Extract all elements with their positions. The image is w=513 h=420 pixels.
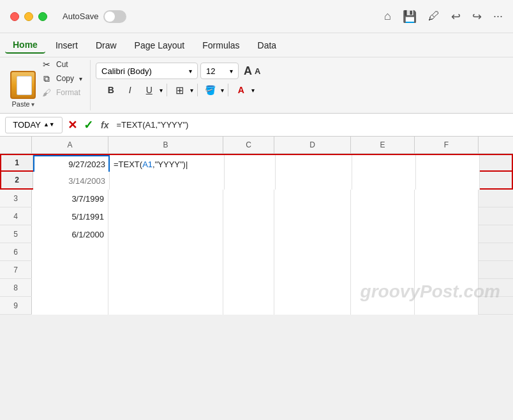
cancel-formula-button[interactable]: ✕ bbox=[68, 118, 77, 132]
col-header-d[interactable]: D bbox=[274, 137, 351, 153]
menu-data[interactable]: Data bbox=[250, 38, 285, 53]
cell-f5[interactable] bbox=[415, 225, 479, 243]
cell-f3[interactable] bbox=[415, 190, 479, 207]
col-header-a[interactable]: A bbox=[32, 137, 108, 153]
cell-d5[interactable] bbox=[274, 225, 351, 243]
cell-c3[interactable] bbox=[223, 190, 274, 207]
cell-c7[interactable] bbox=[223, 261, 274, 279]
cell-name-box[interactable]: TODAY ▲▼ bbox=[5, 117, 63, 133]
col-header-f[interactable]: F bbox=[415, 137, 479, 153]
menu-formulas[interactable]: Formulas bbox=[195, 38, 247, 53]
cell-c9[interactable] bbox=[223, 297, 274, 315]
cell-a3[interactable]: 3/7/1999 bbox=[32, 190, 108, 207]
cell-a2[interactable]: 3/14/2003 bbox=[33, 172, 110, 190]
edit-icon[interactable]: 🖊 bbox=[428, 10, 440, 23]
cell-b3[interactable] bbox=[108, 190, 223, 207]
cell-e1[interactable] bbox=[352, 155, 416, 173]
cell-f8[interactable] bbox=[415, 279, 479, 297]
autosave-toggle[interactable] bbox=[103, 10, 126, 23]
cell-name-arrows[interactable]: ▲▼ bbox=[43, 122, 55, 128]
menu-page-layout[interactable]: Page Layout bbox=[127, 38, 193, 53]
cell-b7[interactable] bbox=[108, 261, 223, 279]
cell-e2[interactable] bbox=[352, 172, 416, 190]
paste-button-area[interactable]: Paste ▾ bbox=[10, 71, 36, 108]
col-header-b[interactable]: B bbox=[108, 137, 223, 153]
more-icon[interactable]: ··· bbox=[493, 10, 503, 23]
copy-button[interactable]: ⧉ Copy ▾ bbox=[38, 72, 85, 85]
home-icon[interactable]: ⌂ bbox=[384, 10, 391, 23]
border-button[interactable]: ⊞ bbox=[171, 82, 189, 98]
cell-b6[interactable] bbox=[108, 243, 223, 261]
save-icon[interactable]: 💾 bbox=[403, 10, 417, 24]
cell-b5[interactable] bbox=[108, 225, 223, 243]
font-size-select[interactable]: 12 ▾ bbox=[200, 63, 239, 79]
redo-icon[interactable]: ↪ bbox=[472, 10, 482, 24]
cell-a8[interactable] bbox=[32, 279, 108, 297]
cell-b8[interactable] bbox=[108, 279, 223, 297]
menu-draw[interactable]: Draw bbox=[88, 38, 124, 53]
cell-c8[interactable] bbox=[223, 279, 274, 297]
cell-b1[interactable]: =TEXT(A1,"YYYY")| bbox=[110, 155, 225, 173]
fontcolor-dropdown[interactable]: ▾ bbox=[251, 87, 255, 94]
cell-d1[interactable] bbox=[276, 155, 352, 173]
cell-d3[interactable] bbox=[274, 190, 351, 207]
col-header-e[interactable]: E bbox=[351, 137, 415, 153]
increase-font-size-button[interactable]: A bbox=[244, 64, 252, 78]
cell-a9[interactable] bbox=[32, 297, 108, 315]
cell-f9[interactable] bbox=[415, 297, 479, 315]
underline-button[interactable]: U bbox=[140, 82, 158, 98]
cell-e6[interactable] bbox=[351, 243, 415, 261]
bold-button[interactable]: B bbox=[102, 82, 120, 98]
minimize-button[interactable] bbox=[24, 12, 33, 21]
cell-a5[interactable]: 6/1/2000 bbox=[32, 225, 108, 243]
cell-c6[interactable] bbox=[223, 243, 274, 261]
cell-c5[interactable] bbox=[223, 225, 274, 243]
cell-b9[interactable] bbox=[108, 297, 223, 315]
cell-d7[interactable] bbox=[274, 261, 351, 279]
close-button[interactable] bbox=[10, 12, 19, 21]
menu-insert[interactable]: Insert bbox=[48, 38, 86, 53]
undo-icon[interactable]: ↩ bbox=[451, 10, 461, 24]
cell-d2[interactable] bbox=[276, 172, 352, 190]
cell-a1[interactable]: 9/27/2023 bbox=[33, 155, 110, 173]
underline-dropdown[interactable]: ▾ bbox=[160, 87, 163, 94]
cell-e9[interactable] bbox=[351, 297, 415, 315]
decrease-font-size-button[interactable]: A bbox=[255, 66, 260, 76]
cell-d9[interactable] bbox=[274, 297, 351, 315]
confirm-formula-button[interactable]: ✓ bbox=[84, 118, 93, 132]
cell-a7[interactable] bbox=[32, 261, 108, 279]
cell-a6[interactable] bbox=[32, 243, 108, 261]
cell-f4[interactable] bbox=[415, 207, 479, 225]
cell-c1[interactable] bbox=[225, 155, 276, 173]
cell-b4[interactable] bbox=[108, 207, 223, 225]
italic-button[interactable]: I bbox=[121, 82, 139, 98]
cell-f1[interactable] bbox=[416, 155, 480, 173]
cell-f6[interactable] bbox=[415, 243, 479, 261]
fill-dropdown[interactable]: ▾ bbox=[221, 87, 224, 94]
cell-e7[interactable] bbox=[351, 261, 415, 279]
cell-b2[interactable] bbox=[110, 172, 225, 190]
copy-dropdown-arrow[interactable]: ▾ bbox=[79, 75, 82, 82]
formula-display[interactable]: =TEXT(A1,"YYYY") bbox=[116, 120, 188, 130]
cell-e3[interactable] bbox=[351, 190, 415, 207]
cell-d8[interactable] bbox=[274, 279, 351, 297]
maximize-button[interactable] bbox=[38, 12, 47, 21]
cell-e4[interactable] bbox=[351, 207, 415, 225]
cell-a4[interactable]: 5/1/1991 bbox=[32, 207, 108, 225]
cell-d4[interactable] bbox=[274, 207, 351, 225]
cell-f2[interactable] bbox=[416, 172, 480, 190]
cell-f7[interactable] bbox=[415, 261, 479, 279]
paste-dropdown-arrow[interactable]: ▾ bbox=[31, 101, 34, 108]
font-color-button[interactable]: A bbox=[232, 82, 250, 98]
border-dropdown[interactable]: ▾ bbox=[190, 87, 193, 94]
menu-home[interactable]: Home bbox=[5, 37, 45, 54]
fill-color-button[interactable]: 🪣 bbox=[202, 82, 219, 98]
format-button[interactable]: 🖌 Format bbox=[38, 86, 85, 99]
cell-e8[interactable] bbox=[351, 279, 415, 297]
cell-c4[interactable] bbox=[223, 207, 274, 225]
cut-button[interactable]: ✂ Cut bbox=[38, 58, 85, 71]
font-family-select[interactable]: Calibri (Body) ▾ bbox=[96, 63, 198, 79]
cell-c2[interactable] bbox=[225, 172, 276, 190]
cell-e5[interactable] bbox=[351, 225, 415, 243]
col-header-c[interactable]: C bbox=[223, 137, 274, 153]
